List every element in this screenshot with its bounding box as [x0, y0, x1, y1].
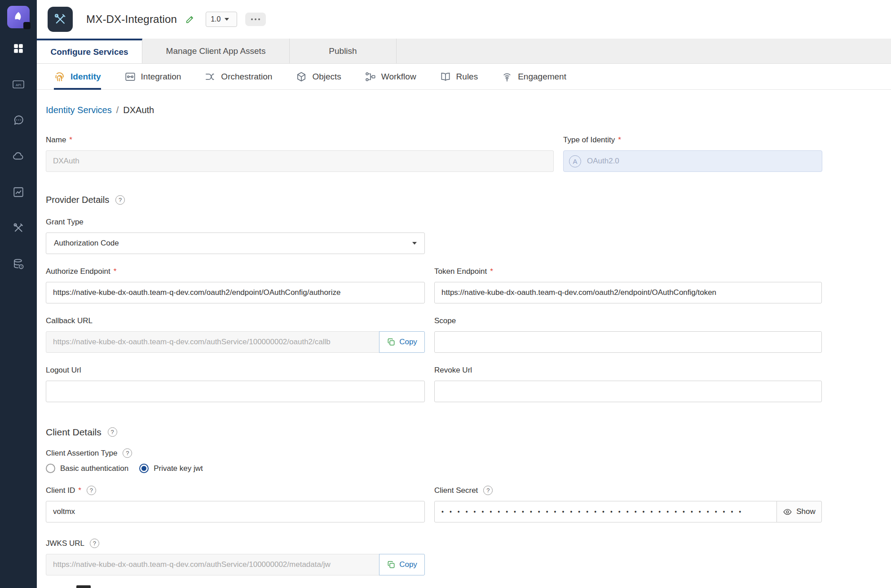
edit-title-icon[interactable] [185, 14, 195, 24]
jwks-url-label: JWKS URL ? [46, 539, 823, 548]
grant-type-value: Authorization Code [54, 239, 119, 248]
copy-callback-url-button[interactable]: Copy [379, 331, 425, 353]
client-secret-input[interactable] [434, 501, 777, 522]
jwks-url-input [46, 554, 379, 575]
required-mark: * [618, 135, 621, 145]
workflow-icon [365, 71, 376, 83]
service-tab-workflow[interactable]: Workflow [365, 64, 416, 89]
eye-icon [783, 507, 792, 517]
breadcrumb: Identity Services / DXAuth [46, 105, 823, 115]
help-icon[interactable]: ? [483, 486, 493, 495]
provider-details-heading: Provider Details ? [46, 194, 823, 206]
show-secret-button[interactable]: Show [776, 501, 822, 522]
chevron-down-icon [412, 242, 417, 245]
revoke-url-input[interactable] [434, 381, 822, 402]
callback-url-label: Callback URL [46, 316, 425, 325]
tab-manage-client-app-assets[interactable]: Manage Client App Assets [142, 39, 290, 63]
required-mark: * [69, 135, 72, 145]
breadcrumb-identity-services[interactable]: Identity Services [46, 105, 112, 115]
service-tab-identity[interactable]: Identity [54, 64, 101, 89]
service-tab-rules[interactable]: Rules [440, 64, 478, 89]
help-icon[interactable]: ? [87, 486, 96, 495]
service-tab-objects[interactable]: Objects [296, 64, 341, 89]
radio-private-key-jwt[interactable]: Private key jwt [139, 464, 203, 473]
fingerprint-icon [54, 71, 66, 83]
help-icon[interactable]: ? [90, 539, 99, 548]
data-docs-icon[interactable]: ? [11, 257, 26, 271]
tools-icon[interactable] [11, 221, 26, 235]
logout-revoke-row: Logout Url Revoke Url [46, 365, 823, 402]
content-area: Identity Services / DXAuth Name* Type of… [37, 90, 891, 588]
client-details-heading: Client Details ? [46, 426, 823, 438]
copy-icon [387, 338, 396, 347]
chat-icon[interactable] [11, 114, 26, 127]
authorize-endpoint-input[interactable] [46, 282, 425, 303]
app-icon [48, 7, 73, 32]
copy-jwks-url-button[interactable]: Copy [379, 554, 425, 575]
name-type-row: Name* Type of Identity* A OAuth2.0 [46, 135, 823, 172]
name-input[interactable] [46, 150, 554, 172]
help-icon[interactable]: ? [115, 195, 125, 205]
name-label: Name* [46, 135, 554, 145]
version-label: 1.0 [211, 15, 221, 23]
help-icon[interactable]: ? [123, 448, 132, 458]
scope-input[interactable] [434, 331, 822, 353]
client-id-input[interactable] [46, 501, 425, 522]
service-tab-label: Rules [456, 72, 478, 82]
service-tab-label: Workflow [381, 72, 416, 82]
required-mark: * [114, 267, 117, 276]
broadcast-icon [501, 71, 513, 83]
required-mark: * [490, 267, 493, 276]
page-title: MX-DX-Integration [86, 13, 177, 26]
tab-configure-services[interactable]: Configure Services [37, 39, 142, 63]
breadcrumb-separator: / [116, 105, 119, 115]
service-tab-integration[interactable]: Integration [124, 64, 181, 89]
svg-text:?: ? [20, 265, 22, 268]
help-icon[interactable]: ? [108, 427, 117, 437]
api-icon[interactable]: API [11, 78, 26, 91]
foundry-logo[interactable] [7, 6, 30, 28]
sidebar-nav: API [11, 42, 26, 271]
service-tab-label: Engagement [518, 72, 566, 82]
service-tab-orchestration[interactable]: Orchestration [204, 64, 272, 89]
oauth-badge-icon: A [569, 155, 581, 167]
breadcrumb-current: DXAuth [123, 105, 154, 115]
grant-type-dropdown[interactable]: Authorization Code [46, 233, 425, 254]
service-tab-engagement[interactable]: Engagement [501, 64, 566, 89]
sidebar: API [0, 0, 37, 588]
service-tab-label: Integration [141, 72, 181, 82]
token-endpoint-input[interactable] [434, 282, 822, 303]
svg-text:API: API [16, 83, 21, 87]
scope-label: Scope [434, 316, 822, 325]
logout-url-label: Logout Url [46, 365, 425, 375]
revoke-url-label: Revoke Url [434, 365, 822, 375]
integration-icon [124, 71, 136, 83]
client-assertion-type-label: Client Assertion Type ? [46, 448, 823, 458]
token-endpoint-label: Token Endpoint* [434, 267, 822, 276]
app-root: API [0, 0, 891, 588]
more-options-button[interactable] [245, 13, 266, 26]
book-icon [440, 71, 451, 83]
apps-grid-icon[interactable] [11, 42, 26, 55]
endpoints-row: Authorize Endpoint* Token Endpoint* [46, 267, 823, 303]
copy-icon [387, 560, 396, 569]
logout-url-input[interactable] [46, 381, 425, 402]
client-assertion-options: Basic authentication Private key jwt [46, 464, 823, 473]
service-tabs: Identity Integration [37, 64, 891, 90]
analytics-icon[interactable] [11, 185, 26, 199]
radio-circle-unselected [46, 464, 55, 473]
client-id-label: Client ID* ? [46, 486, 425, 495]
radio-basic-authentication[interactable]: Basic authentication [46, 464, 128, 473]
tab-publish[interactable]: Publish [290, 39, 397, 63]
cloud-icon[interactable] [11, 149, 26, 163]
service-tab-label: Objects [312, 72, 341, 82]
version-dropdown[interactable]: 1.0 [206, 12, 237, 27]
crossed-tools-icon [53, 13, 67, 26]
radio-circle-selected [139, 464, 149, 473]
type-of-identity-field: A OAuth2.0 [563, 150, 822, 172]
required-mark: * [78, 486, 81, 495]
chevron-down-icon [225, 18, 229, 21]
client-id-secret-row: Client ID* ? Client Secret ? [46, 486, 823, 522]
authorize-endpoint-label: Authorize Endpoint* [46, 267, 425, 276]
clipped-section-fragment [76, 585, 91, 588]
